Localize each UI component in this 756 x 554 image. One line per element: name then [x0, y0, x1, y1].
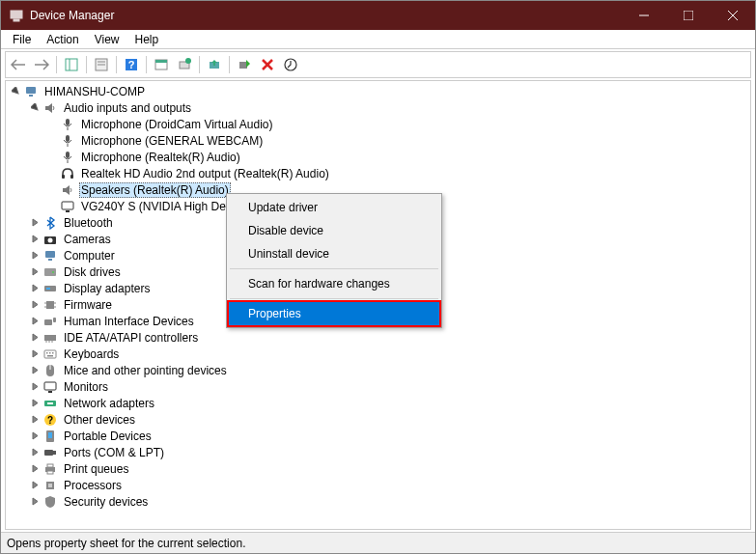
collapse-icon[interactable]: [10, 86, 21, 97]
svg-rect-42: [46, 301, 54, 309]
help-button[interactable]: ?: [121, 54, 142, 75]
svg-point-39: [52, 271, 54, 273]
ctx-uninstall-device[interactable]: Uninstall device: [229, 242, 439, 265]
svg-rect-33: [66, 210, 70, 212]
expand-icon[interactable]: [29, 463, 41, 475]
expand-icon[interactable]: [29, 348, 41, 360]
category-ide[interactable]: IDE ATA/ATAPI controllers: [6, 329, 750, 346]
device-item[interactable]: Microphone (Realtek(R) Audio): [6, 149, 750, 165]
category-mice[interactable]: Mice and other pointing devices: [6, 362, 750, 378]
expand-icon[interactable]: [29, 299, 41, 311]
expand-icon[interactable]: [29, 381, 41, 393]
category-monitors[interactable]: Monitors: [6, 378, 750, 395]
security-icon: [42, 494, 58, 510]
uninstall-button[interactable]: [257, 54, 278, 75]
speaker-icon: [42, 100, 58, 116]
expand-icon[interactable]: [29, 217, 41, 229]
device-item[interactable]: Microphone (GENERAL WEBCAM): [6, 132, 750, 149]
category-print[interactable]: Print queues: [6, 460, 750, 477]
menu-view[interactable]: View: [87, 31, 127, 48]
expand-icon[interactable]: [29, 414, 41, 426]
port-icon: [42, 445, 58, 460]
category-label: Firmware: [62, 298, 114, 312]
category-audio[interactable]: Audio inputs and outputs: [6, 99, 750, 116]
action-button-1[interactable]: [151, 54, 172, 75]
device-label: Microphone (DroidCam Virtual Audio): [79, 118, 275, 131]
disk-icon: [42, 264, 58, 280]
expand-icon[interactable]: [29, 266, 41, 278]
tree-root[interactable]: HIMANSHU-COMP: [6, 83, 750, 99]
ctx-disable-device[interactable]: Disable device: [229, 219, 439, 242]
close-button[interactable]: [711, 1, 755, 30]
ctx-properties[interactable]: Properties: [229, 302, 439, 325]
category-label: Audio inputs and outputs: [62, 101, 193, 115]
display-adapter-icon: [42, 281, 58, 296]
expand-icon[interactable]: [29, 480, 41, 491]
menu-action[interactable]: Action: [39, 31, 86, 48]
back-button[interactable]: [8, 54, 29, 75]
expand-icon[interactable]: [29, 316, 41, 327]
show-hide-console-button[interactable]: [61, 54, 82, 75]
category-keyboards[interactable]: Keyboards: [6, 346, 750, 362]
svg-rect-41: [46, 288, 50, 290]
category-label: Display adapters: [62, 282, 152, 295]
expand-icon[interactable]: [29, 430, 41, 442]
speaker-icon: [60, 182, 75, 198]
category-label: IDE ATA/ATAPI controllers: [62, 331, 200, 345]
category-label: Keyboards: [62, 347, 121, 361]
expand-icon[interactable]: [29, 283, 41, 294]
category-portable[interactable]: Portable Devices: [6, 428, 750, 444]
enable-button[interactable]: [280, 54, 301, 75]
hid-icon: [42, 314, 58, 329]
expand-icon[interactable]: [29, 447, 41, 458]
category-security[interactable]: Security devices: [6, 493, 750, 510]
svg-point-16: [185, 58, 191, 64]
svg-rect-18: [239, 62, 247, 69]
expand-icon[interactable]: [29, 365, 41, 376]
forward-button[interactable]: [31, 54, 52, 75]
device-label: Speakers (Realtek(R) Audio): [79, 182, 231, 198]
svg-rect-28: [66, 152, 70, 158]
svg-rect-6: [66, 59, 77, 70]
microphone-icon: [60, 150, 75, 165]
category-label: Disk drives: [62, 265, 123, 279]
toolbar-separator: [146, 56, 147, 73]
ctx-separator: [230, 268, 438, 269]
category-label: Portable Devices: [62, 429, 154, 443]
svg-rect-31: [70, 175, 73, 179]
scan-hardware-button[interactable]: [174, 54, 195, 75]
category-processors[interactable]: Processors: [6, 477, 750, 493]
disable-button[interactable]: [234, 54, 255, 75]
category-other[interactable]: ?Other devices: [6, 411, 750, 428]
ctx-scan-hardware[interactable]: Scan for hardware changes: [229, 272, 439, 295]
category-ports[interactable]: Ports (COM & LPT): [6, 444, 750, 460]
network-icon: [42, 396, 58, 411]
minimize-button[interactable]: [622, 1, 666, 30]
svg-rect-60: [44, 382, 56, 390]
update-driver-button[interactable]: [204, 54, 225, 75]
category-label: Bluetooth: [62, 216, 115, 230]
expand-icon[interactable]: [29, 332, 41, 344]
expand-icon[interactable]: [29, 496, 41, 508]
menu-file[interactable]: File: [5, 31, 39, 48]
maximize-button[interactable]: [666, 1, 711, 30]
svg-rect-47: [44, 319, 52, 325]
category-network[interactable]: Network adapters: [6, 395, 750, 411]
svg-rect-71: [47, 464, 53, 467]
svg-rect-68: [44, 450, 53, 456]
toolbar-separator: [116, 56, 117, 73]
svg-rect-3: [684, 11, 693, 20]
device-item[interactable]: Microphone (DroidCam Virtual Audio): [6, 116, 750, 132]
category-label: Processors: [62, 479, 124, 492]
svg-rect-72: [47, 471, 53, 474]
expand-icon[interactable]: [29, 250, 41, 262]
collapse-icon[interactable]: [29, 102, 41, 114]
ctx-update-driver[interactable]: Update driver: [229, 196, 439, 219]
device-label: Microphone (GENERAL WEBCAM): [79, 134, 265, 148]
properties-button[interactable]: [91, 54, 112, 75]
menu-help[interactable]: Help: [127, 31, 167, 48]
expand-icon[interactable]: [29, 398, 41, 409]
device-item[interactable]: Realtek HD Audio 2nd output (Realtek(R) …: [6, 165, 750, 181]
expand-icon[interactable]: [29, 234, 41, 245]
svg-rect-56: [52, 352, 54, 354]
